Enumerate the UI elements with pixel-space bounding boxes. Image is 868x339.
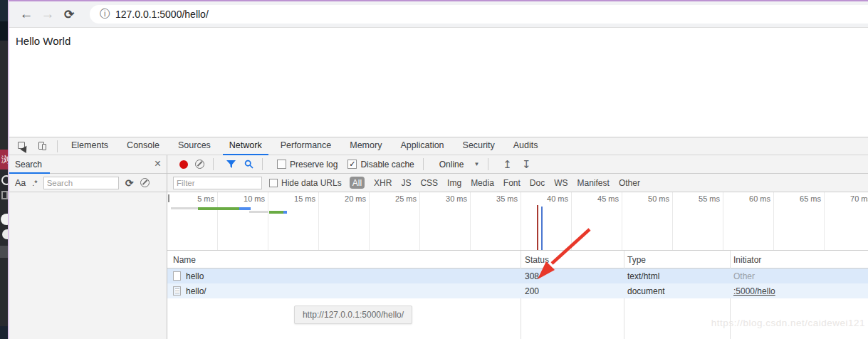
divider — [57, 140, 58, 152]
url-tooltip: http://127.0.0.1:5000/hello/ — [294, 306, 412, 324]
filter-type-xhr[interactable]: XHR — [374, 178, 392, 188]
close-icon[interactable]: × — [155, 157, 161, 170]
url-text[interactable]: 127.0.0.1:5000/hello/ — [115, 9, 209, 20]
record-button[interactable] — [179, 160, 188, 169]
timeline-tick: 30 ms — [420, 192, 471, 250]
match-case-button[interactable]: Aa — [15, 178, 26, 188]
filter-type-other[interactable]: Other — [619, 178, 640, 188]
search-panel-toolbar: Aa .* ⟳ — [9, 174, 167, 192]
sliver-red-badge: 浏 — [0, 150, 8, 170]
tab-network[interactable]: Network — [220, 137, 271, 155]
network-overview-timeline[interactable]: 5 ms 10 ms 15 ms 20 ms 25 ms 30 ms 35 ms… — [167, 192, 868, 251]
filter-type-manifest[interactable]: Manifest — [577, 178, 610, 188]
divider — [423, 158, 424, 170]
sliver-shape — [1, 214, 8, 225]
filter-type-doc[interactable]: Doc — [530, 178, 545, 188]
filter-icon[interactable] — [226, 160, 236, 168]
filter-type-js[interactable]: JS — [401, 178, 411, 188]
sliver-shape — [2, 229, 8, 239]
request-status: 200 — [525, 286, 539, 296]
network-toolbar: Preserve log ✓ Disable cache Online ▼ ↥ … — [167, 155, 868, 174]
column-header-type[interactable]: Type — [627, 255, 646, 265]
column-header-name[interactable]: Name — [173, 255, 196, 265]
disable-cache-checkbox[interactable]: ✓ — [347, 160, 357, 169]
timeline-tick: 60 ms — [723, 192, 774, 250]
timeline-tick: 65 ms — [774, 192, 825, 250]
tab-audits[interactable]: Audits — [504, 137, 548, 155]
divider — [488, 158, 488, 170]
disable-cache-label: Disable cache — [360, 160, 414, 170]
filter-type-css[interactable]: CSS — [420, 178, 438, 188]
tab-performance[interactable]: Performance — [271, 137, 341, 155]
filter-type-ws[interactable]: WS — [554, 178, 568, 188]
waterfall-bar-download — [239, 207, 251, 210]
filter-type-media[interactable]: Media — [471, 178, 494, 188]
timeline-tick: 55 ms — [673, 192, 723, 250]
filter-input[interactable] — [173, 177, 262, 189]
chevron-down-icon[interactable]: ▼ — [474, 161, 479, 167]
export-har-icon[interactable]: ↧ — [522, 158, 531, 171]
device-toolbar-icon[interactable] — [37, 140, 48, 152]
tab-application[interactable]: Application — [391, 137, 453, 155]
reload-button[interactable]: ⟳ — [58, 7, 80, 22]
tab-security[interactable]: Security — [454, 137, 504, 155]
devtools-tabbar: Elements Console Sources Network Perform… — [9, 137, 868, 155]
search-input[interactable] — [43, 177, 119, 189]
left-edge-window-sliver: 浏 — [0, 0, 8, 339]
preserve-log-label: Preserve log — [290, 160, 338, 170]
timeline-tick: 50 ms — [622, 192, 673, 250]
document-icon — [173, 286, 181, 296]
search-panel-header: Search × — [9, 155, 167, 174]
waterfall-bar-waiting — [171, 207, 198, 209]
sliver-segment — [0, 21, 8, 41]
request-initiator: Other — [733, 271, 755, 281]
timeline-tick: 35 ms — [471, 192, 521, 250]
browser-toolbar: ← → ⟳ ⓘ 127.0.0.1:5000/hello/ — [9, 1, 868, 28]
column-header-initiator[interactable]: Initiator — [733, 255, 761, 265]
window-top-line — [9, 0, 868, 1]
refresh-icon[interactable]: ⟳ — [125, 177, 134, 189]
sliver-square-icon — [1, 191, 8, 199]
tab-elements[interactable]: Elements — [62, 137, 117, 155]
waterfall-bar-ttfb — [198, 207, 239, 210]
table-row-hello-slash[interactable]: hello/ 200 document :5000/hello — [167, 283, 868, 298]
tab-sources[interactable]: Sources — [169, 137, 220, 155]
timeline-tick: 5 ms — [167, 192, 218, 250]
timeline-tick: 15 ms — [268, 192, 319, 250]
preserve-log-checkbox[interactable] — [277, 160, 286, 169]
regex-button[interactable]: .* — [32, 179, 37, 187]
requests-table-header: Name Status Type Initiator — [167, 251, 868, 268]
waterfall-bar-waiting — [249, 211, 268, 213]
timeline-tick: 20 ms — [319, 192, 370, 250]
window-edge-line — [8, 0, 9, 339]
table-row-hello[interactable]: hello 308 text/html Other — [167, 268, 868, 283]
filter-type-all[interactable]: All — [350, 177, 365, 189]
address-bar[interactable]: ⓘ 127.0.0.1:5000/hello/ — [90, 5, 868, 24]
inspect-element-icon[interactable] — [17, 140, 28, 152]
request-name[interactable]: hello/ — [186, 286, 206, 296]
throttling-dropdown[interactable]: Online — [439, 160, 464, 170]
hide-data-urls-label: Hide data URLs — [281, 178, 342, 188]
back-button[interactable]: ← — [16, 6, 37, 22]
search-icon[interactable] — [244, 160, 253, 169]
site-info-icon[interactable]: ⓘ — [100, 8, 110, 21]
request-name[interactable]: hello — [186, 271, 204, 281]
clear-requests-icon[interactable] — [195, 160, 204, 169]
import-har-icon[interactable]: ↥ — [503, 158, 512, 171]
file-icon — [173, 271, 181, 281]
filter-type-font[interactable]: Font — [503, 178, 521, 188]
forward-button[interactable]: → — [37, 6, 58, 22]
annotation-arrow — [523, 222, 609, 286]
tab-console[interactable]: Console — [117, 137, 169, 155]
search-panel-title: Search — [15, 160, 42, 170]
timeline-tick: 70 ms — [825, 192, 868, 250]
tab-memory[interactable]: Memory — [340, 137, 391, 155]
filter-type-img[interactable]: Img — [447, 178, 461, 188]
request-initiator-link[interactable]: :5000/hello — [733, 286, 775, 296]
hide-data-urls-checkbox[interactable] — [269, 179, 278, 187]
clear-icon[interactable] — [140, 178, 150, 187]
timeline-tick: 25 ms — [370, 192, 420, 250]
sliver-segment — [0, 246, 8, 258]
timeline-origin-tick — [168, 194, 169, 202]
request-type: document — [627, 286, 665, 296]
